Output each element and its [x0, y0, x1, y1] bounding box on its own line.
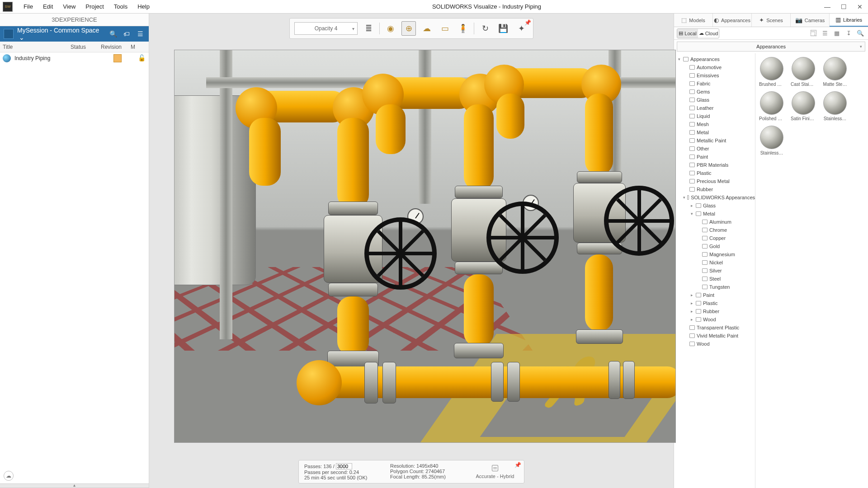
col-status: Status [68, 44, 90, 50]
col-m: M [124, 44, 138, 50]
render-viewport[interactable] [174, 50, 676, 443]
appearance-tree[interactable]: ▾AppearancesAutomotiveEmissivesFabricGem… [674, 53, 755, 488]
accuracy-label: Accurate - Hybrid [476, 474, 514, 479]
tree-item[interactable]: Magnesium [674, 250, 755, 258]
cloud-icon: ☁ [4, 471, 14, 481]
render-toolbar: 📌 Opacity 4 ≣ ◉ ⊕ ☁ ▭ 🧍 ↻ 💾 ✦ [289, 18, 533, 39]
local-cloud-segment[interactable]: ▤ Local ☁ Cloud [677, 28, 719, 38]
menu-project[interactable]: Project [81, 1, 108, 12]
window-title: SOLIDWORKS Visualize - Industry Piping [154, 3, 819, 10]
tree-item[interactable]: Rubber [674, 185, 755, 193]
save-render-icon[interactable]: 💾 [496, 21, 510, 36]
refresh-icon[interactable]: ↻ [478, 21, 492, 36]
tree-item[interactable]: Copper [674, 234, 755, 242]
appearance-thumb[interactable]: Cast Stain… [791, 57, 816, 87]
tab-appearances[interactable]: ◐Appearances [713, 14, 752, 27]
tab-models[interactable]: ⬚Models [674, 14, 713, 27]
tree-item[interactable]: Plastic [674, 169, 755, 177]
tree-item[interactable]: Glass [674, 96, 755, 104]
appearance-thumbnails: Brushed S…Cast Stain…Matte Ste…Polished … [755, 53, 868, 488]
selection-mode-icon[interactable]: ▭ [438, 21, 452, 36]
tree-item[interactable]: Precious Metal [674, 177, 755, 185]
cloud-status[interactable]: ☁ [0, 468, 149, 483]
tree-item[interactable]: Other [674, 145, 755, 153]
tree-item[interactable]: Metallic Paint [674, 136, 755, 145]
panel-splitter[interactable] [0, 483, 149, 488]
seg-local[interactable]: ▤ Local [677, 29, 698, 38]
tree-item[interactable]: PBR Materials [674, 161, 755, 169]
tree-item[interactable]: Liquid [674, 112, 755, 120]
search-appearances-icon[interactable]: 🔍 [855, 28, 865, 38]
tree-item[interactable]: ▸Paint [674, 291, 755, 299]
passes-per-second: Passes per second: 0.24 [304, 469, 390, 475]
tree-item[interactable]: ▸Rubber [674, 307, 755, 315]
tree-item[interactable]: Steel [674, 275, 755, 283]
appearances-dropdown[interactable]: Appearances [677, 42, 865, 52]
tree-item[interactable]: ▾Metal [674, 210, 755, 218]
passes-label: Passes: [304, 464, 322, 469]
fast-mode-icon[interactable]: ☁ [420, 21, 434, 36]
menu-edit[interactable]: Edit [38, 1, 57, 12]
tree-item[interactable]: Fabric [674, 80, 755, 88]
minimize-button[interactable]: — [819, 0, 835, 13]
tree-item[interactable]: Nickel [674, 258, 755, 267]
tree-item[interactable]: Vivid Metallic Paint [674, 332, 755, 340]
passes-current: 136 [323, 464, 331, 469]
tree-item[interactable]: ▸Glass [674, 202, 755, 210]
appearance-thumb[interactable]: Polished S… [759, 91, 784, 121]
appearance-thumb[interactable]: Stainless… [822, 91, 848, 121]
tag-icon[interactable]: 🏷 [122, 29, 132, 39]
seg-cloud[interactable]: ☁ Cloud [698, 29, 719, 38]
menu-icon[interactable]: ☰ [135, 29, 145, 39]
menu-file[interactable]: File [19, 1, 38, 12]
left-columns-header: Title Status Revision M [0, 42, 149, 52]
passes-max-input[interactable] [336, 463, 352, 469]
pin-icon[interactable]: 📌 [514, 462, 521, 468]
accuracy-slider-icon[interactable] [492, 465, 498, 471]
tab-cameras[interactable]: 📷Cameras [791, 14, 830, 27]
session-name[interactable]: MySession - Common Space ⌄ [17, 27, 104, 41]
session-item-row[interactable]: Industry Piping 🔓 [0, 52, 149, 64]
camera-lock-icon[interactable]: 🧍 [456, 21, 470, 36]
menu-help[interactable]: Help [133, 1, 154, 12]
appearance-thumb[interactable]: Satin Finis… [791, 91, 816, 121]
tree-item[interactable]: Mesh [674, 120, 755, 128]
tree-item[interactable]: Chrome [674, 226, 755, 234]
tree-item[interactable]: Aluminum [674, 218, 755, 226]
view-large-icon[interactable]: ⿹ [808, 28, 818, 38]
tab-scenes[interactable]: ✦Scenes [752, 14, 791, 27]
tree-item[interactable]: Gold [674, 242, 755, 250]
maximize-button[interactable]: ☐ [835, 0, 852, 13]
tree-item[interactable]: ▸Plastic [674, 299, 755, 307]
opacity-select[interactable]: Opacity 4 [294, 22, 358, 35]
tab-libraries[interactable]: ▥Libraries [830, 14, 868, 27]
menu-tools[interactable]: Tools [109, 1, 132, 12]
pin-icon[interactable]: 📌 [524, 19, 531, 26]
close-button[interactable]: ✕ [852, 0, 868, 13]
list-mode-icon[interactable]: ≣ [361, 21, 376, 36]
tree-item[interactable]: ▸Wood [674, 315, 755, 324]
tree-item[interactable]: Emissives [674, 71, 755, 80]
appearance-thumb[interactable]: Stainless… [759, 126, 784, 155]
tree-item[interactable]: Silver [674, 267, 755, 275]
appearance-thumb[interactable]: Matte Ste… [822, 57, 848, 87]
tree-item[interactable]: Wood [674, 340, 755, 348]
view-list-icon[interactable]: ☰ [820, 28, 830, 38]
tree-item[interactable]: Gems [674, 88, 755, 96]
tree-item[interactable]: Tungsten [674, 283, 755, 291]
tree-item[interactable]: Leather [674, 104, 755, 112]
tree-item[interactable]: Automotive [674, 63, 755, 71]
search-icon[interactable]: 🔍 [108, 29, 118, 39]
appearance-thumb[interactable]: Brushed S… [759, 57, 784, 87]
tree-item[interactable]: Paint [674, 153, 755, 161]
view-grid-icon[interactable]: ▦ [832, 28, 842, 38]
sort-icon[interactable]: ↧ [844, 28, 854, 38]
menu-view[interactable]: View [58, 1, 80, 12]
raytrace-mode-icon[interactable]: ⊕ [401, 21, 416, 36]
tree-item[interactable]: ▾Appearances [674, 55, 755, 63]
lock-icon: 🔓 [138, 54, 146, 62]
tree-item[interactable]: Metal [674, 128, 755, 136]
tree-item[interactable]: ▾SOLIDWORKS Appearances [674, 193, 755, 202]
preview-mode-icon[interactable]: ◉ [383, 21, 398, 36]
tree-item[interactable]: Transparent Plastic [674, 324, 755, 332]
